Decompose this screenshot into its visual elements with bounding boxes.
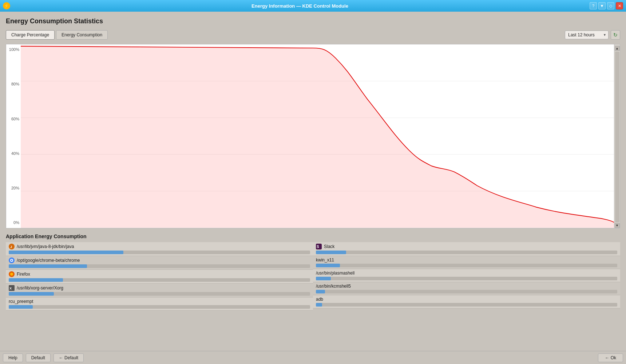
app-bar (9, 292, 54, 296)
svg-text:S: S (317, 245, 319, 249)
app-name: kwin_x11 (316, 257, 617, 263)
app-bar (316, 303, 322, 307)
xorg-icon: X (9, 285, 15, 291)
app-bar (316, 290, 325, 293)
app-name: adb (316, 297, 617, 302)
list-item: S Slack (313, 242, 620, 256)
app-bar (9, 264, 87, 268)
list-item: Firefox (6, 270, 313, 284)
app-bar-bg (316, 264, 617, 267)
app-bar (316, 264, 340, 267)
app-name: /usr/bin/plasmashell (316, 271, 617, 276)
app-bar (316, 251, 346, 254)
list-item: X /usr/lib/xorg-server/Xorg (6, 284, 313, 297)
app-col-right: S Slack kwin_x11 (313, 242, 620, 348)
toolbar-right: Last 12 hours Last 24 hours Last 48 hour… (565, 30, 620, 40)
help-button[interactable]: Help (3, 353, 23, 362)
list-item: J /usr/lib/jvm/java-8-jdk/bin/java (6, 242, 313, 256)
app-name: Firefox (9, 271, 310, 277)
app-bar (9, 278, 63, 282)
window-title: Energy Information — KDE Control Module (10, 3, 590, 9)
back-default-button[interactable]: ← Default (54, 353, 84, 362)
app-name: rcu_preempt (9, 299, 310, 304)
tab-charge-percentage[interactable]: Charge Percentage (6, 30, 55, 40)
time-range-dropdown[interactable]: Last 12 hours Last 24 hours Last 48 hour… (565, 31, 609, 39)
chrome-icon (9, 257, 15, 263)
app-bar-bg (9, 278, 310, 282)
svg-text:J: J (10, 245, 12, 249)
slack-icon: S (316, 244, 322, 249)
minimize-btn[interactable]: ▼ (598, 2, 606, 9)
list-item: adb (313, 295, 620, 308)
svg-text:X: X (9, 287, 12, 290)
scrollbar-up-btn[interactable]: ▲ (615, 46, 620, 51)
ok-button[interactable]: ← Ok (598, 353, 623, 362)
firefox-icon (9, 271, 15, 277)
help-window-btn[interactable]: ? (590, 2, 597, 9)
app-bar-bg (316, 251, 617, 254)
y-label-40: 40% (6, 151, 19, 156)
app-bar-bg (316, 290, 617, 293)
default-button[interactable]: Default (26, 353, 51, 362)
time-range-dropdown-wrapper: Last 12 hours Last 24 hours Last 48 hour… (565, 31, 609, 39)
y-label-100: 100% (6, 47, 19, 52)
svg-point-12 (10, 273, 13, 276)
app-energy-section: Application Energy Consumption J /usr/li… (6, 233, 620, 348)
app-bar-bg (9, 264, 310, 268)
app-name: S Slack (316, 244, 617, 249)
y-label-20: 20% (6, 186, 19, 190)
chart-svg-area (21, 44, 614, 228)
app-icon: ⚡ (3, 2, 10, 9)
app-name: X /usr/lib/xorg-server/Xorg (9, 285, 310, 291)
java-icon: J (9, 244, 15, 249)
app-name: /usr/bin/kcmshell5 (316, 284, 617, 289)
app-section-title: Application Energy Consumption (6, 233, 620, 239)
window-controls: ? ▼ ◇ ✕ (590, 2, 623, 9)
charge-chart: 100% 80% 60% 40% 20% 0% (6, 44, 620, 228)
toolbar: Charge Percentage Energy Consumption Las… (6, 30, 620, 40)
scrollbar-down-btn[interactable]: ▼ (615, 223, 620, 228)
y-label-60: 60% (6, 117, 19, 121)
main-content: Energy Consumption Statistics Charge Per… (0, 12, 626, 351)
tab-energy-consumption[interactable]: Energy Consumption (56, 30, 108, 40)
list-item: kwin_x11 (313, 256, 620, 269)
y-axis-labels: 100% 80% 60% 40% 20% 0% (6, 44, 21, 228)
app-bar (9, 251, 123, 254)
scrollbar-track (615, 52, 619, 222)
app-bar (9, 305, 33, 309)
bottom-bar: Help Default ← Default ← Ok (0, 351, 626, 364)
list-item: rcu_preempt (6, 297, 313, 311)
list-item: /usr/bin/kcmshell5 (313, 282, 620, 295)
page-title: Energy Consumption Statistics (6, 17, 620, 25)
app-bar-bg (9, 305, 310, 309)
list-item: /usr/bin/plasmashell (313, 269, 620, 282)
close-btn[interactable]: ✕ (616, 2, 623, 9)
app-grid: J /usr/lib/jvm/java-8-jdk/bin/java (6, 242, 620, 348)
restore-btn[interactable]: ◇ (607, 2, 614, 9)
app-bar-bg (9, 251, 310, 254)
titlebar: ⚡ Energy Information — KDE Control Modul… (0, 0, 626, 12)
refresh-button[interactable]: ↻ (611, 30, 620, 40)
app-bar (316, 277, 331, 280)
y-label-0: 0% (6, 220, 19, 225)
app-bar-bg (9, 292, 310, 296)
app-col-left: J /usr/lib/jvm/java-8-jdk/bin/java (6, 242, 313, 348)
app-name: J /usr/lib/jvm/java-8-jdk/bin/java (9, 244, 310, 249)
y-label-80: 80% (6, 82, 19, 86)
list-item: /opt/google/chrome-beta/chrome (6, 256, 313, 270)
app-name: /opt/google/chrome-beta/chrome (9, 257, 310, 263)
app-bar-bg (316, 277, 617, 280)
chart-scrollbar[interactable]: ▲ ▼ (614, 44, 620, 228)
svg-point-10 (11, 260, 12, 261)
app-bar-bg (316, 303, 617, 307)
